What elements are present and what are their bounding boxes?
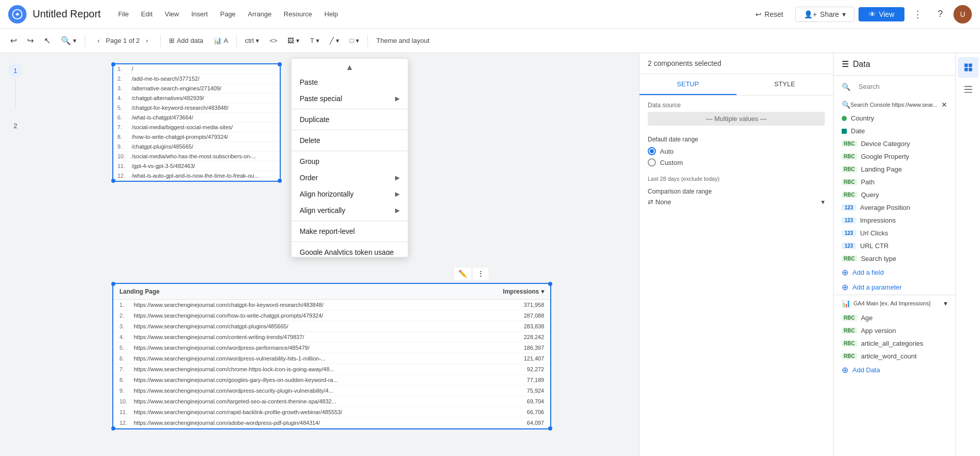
prev-page-button[interactable]: ‹ <box>93 33 104 49</box>
svg-rect-4 <box>968 68 972 71</box>
auto-radio[interactable] <box>648 147 656 155</box>
selection-handle[interactable] <box>111 426 115 430</box>
table-row: 3./alternative-search-engines/271409/ <box>113 84 280 93</box>
avatar[interactable]: U <box>953 5 972 23</box>
tab-setup[interactable]: SETUP <box>640 74 737 95</box>
more-options-button[interactable]: ⋮ <box>909 5 927 23</box>
field-path: RBC Path <box>834 176 955 188</box>
rect-icon: □ <box>350 37 354 44</box>
selection-handle[interactable] <box>111 179 115 183</box>
custom-radio-row[interactable]: Custom <box>648 158 825 166</box>
add-parameter-button[interactable]: ⊕ Add a parameter <box>834 280 955 295</box>
add-data-button[interactable]: ⊕ Add Data <box>834 363 955 377</box>
add-chart-button[interactable]: 📊 A <box>209 33 232 49</box>
add-data-button[interactable]: ⊞ Add data <box>165 33 207 49</box>
right-setup-panel: 2 components selected SETUP STYLE Data s… <box>639 53 833 456</box>
data-search-input[interactable] <box>854 80 947 93</box>
comparison-label: Comparison date range <box>648 188 825 195</box>
ctx-paste-special[interactable]: Paste special ▶ <box>291 90 408 107</box>
menu-arrange[interactable]: Arrange <box>243 8 277 20</box>
redo-button[interactable]: ↪ <box>23 33 38 49</box>
table-row: 4./chatgpt-alternatives/482939/ <box>113 93 280 103</box>
canvas-area[interactable]: 1./ 2./add-me-to-search/377152/ 3./alter… <box>31 53 639 456</box>
main-area: 1 2 1./ 2./add-me-to-search/377152/ 3./a… <box>0 53 980 456</box>
ctx-ga-token[interactable]: Google Analytics token usage <box>291 244 408 255</box>
ctx-align-horizontally[interactable]: Align horizontally ▶ <box>291 186 408 202</box>
top-table[interactable]: 1./ 2./add-me-to-search/377152/ 3./alter… <box>112 63 281 182</box>
image-button[interactable]: 🖼 ▾ <box>283 33 304 49</box>
ctx-group[interactable]: Group <box>291 153 408 170</box>
data-tab-icon[interactable] <box>958 57 978 78</box>
field-url-clicks: 123 Url Clicks <box>834 227 955 239</box>
toolbar-divider4 <box>368 35 368 47</box>
rect-button[interactable]: □ ▾ <box>346 33 363 49</box>
field-device-category: RBC Device Category <box>834 137 955 150</box>
selection-handle[interactable] <box>548 426 552 430</box>
custom-radio[interactable] <box>648 158 656 166</box>
data-search-bar: 🔍 <box>834 76 955 98</box>
page-indicator: Page 1 of 2 <box>106 37 140 44</box>
page-1-thumbnail[interactable]: 1 <box>8 63 22 78</box>
zoom-button[interactable]: 🔍 ▾ <box>57 33 81 49</box>
shape-button[interactable]: ╱ ▾ <box>326 33 344 49</box>
share-button[interactable]: 👤+ Share ▾ <box>795 7 854 22</box>
next-page-button[interactable]: › <box>142 33 152 49</box>
auto-radio-row[interactable]: Auto <box>648 147 825 155</box>
view-button[interactable]: 👁 View <box>859 7 904 21</box>
scroll-up-button[interactable]: ▲ <box>291 61 408 74</box>
page-2-thumbnail[interactable]: 2 <box>8 118 22 133</box>
comparison-dropdown[interactable]: ⇄ None ▾ <box>648 198 825 206</box>
toolbar-divider3 <box>236 35 237 47</box>
more-table-options-button[interactable]: ⋮ <box>473 268 488 280</box>
reset-button[interactable]: ↩ Reset <box>747 7 792 21</box>
menu-resource[interactable]: Resource <box>279 8 317 20</box>
ctx-paste[interactable]: Paste <box>291 74 408 90</box>
add-parameter-icon: ⊕ <box>842 282 848 292</box>
menu-help[interactable]: Help <box>320 8 344 20</box>
datasource2-expand-icon[interactable]: ▾ <box>944 299 947 307</box>
selection-handle[interactable] <box>111 62 115 66</box>
menu-edit[interactable]: Edit <box>136 8 157 20</box>
app-logo <box>8 5 27 23</box>
table-row: 1./ <box>113 64 280 74</box>
tab-style[interactable]: STYLE <box>737 74 834 95</box>
datasource2-chart-icon: 📊 <box>842 299 850 307</box>
selection-handle[interactable] <box>278 62 282 66</box>
menu-view[interactable]: View <box>160 8 184 20</box>
field-impressions: 123 Impressions <box>834 214 955 227</box>
bottom-table[interactable]: Landing Page Impressions ▾ 1.https://www… <box>112 283 551 429</box>
help-button[interactable]: ? <box>931 5 949 23</box>
selection-handle[interactable] <box>548 282 552 286</box>
report-title[interactable]: Untitled Report <box>33 8 101 20</box>
datasource1-expand-icon[interactable]: ✕ <box>941 101 947 109</box>
menu-file[interactable]: File <box>113 8 134 20</box>
ctx-align-vertically[interactable]: Align vertically ▶ <box>291 202 408 219</box>
ctx-make-report-level[interactable]: Make report-level <box>291 223 408 239</box>
control-button[interactable]: ctrl ▾ <box>241 33 263 49</box>
ctx-order[interactable]: Order ▶ <box>291 170 408 186</box>
table-row: 7.https://www.searchenginejournal.com/ch… <box>113 364 550 375</box>
selection-handle[interactable] <box>111 282 115 286</box>
menu-page[interactable]: Page <box>215 8 240 20</box>
field-google-property: RBC Google Property <box>834 150 955 163</box>
last28-text: Last 28 days (exclude today) <box>640 174 833 184</box>
submenu-arrow-icon: ▶ <box>395 95 400 102</box>
menu-insert[interactable]: Insert <box>186 8 213 20</box>
properties-tab-icon[interactable] <box>958 80 978 100</box>
add-field-button[interactable]: ⊕ Add a field <box>834 265 955 280</box>
ctx-delete[interactable]: Delete <box>291 132 408 149</box>
undo-button[interactable]: ↩ <box>6 33 21 49</box>
selection-handle[interactable] <box>278 179 282 183</box>
ctx-duplicate[interactable]: Duplicate <box>291 111 408 128</box>
cursor-tool-button[interactable]: ↖ <box>40 33 55 49</box>
toolbar-divider2 <box>160 35 161 47</box>
daterange-label: Default date range <box>648 136 825 143</box>
datasource-value[interactable]: — Multiple values — <box>648 112 825 126</box>
theme-layout-button[interactable]: Theme and layout <box>372 33 433 49</box>
code-button[interactable]: <> <box>265 33 281 49</box>
landing-page-header: Landing Page <box>119 288 493 295</box>
table-row: 9./chatgpt-plugins/485665/ <box>113 142 280 152</box>
text-button[interactable]: T ▾ <box>306 33 324 49</box>
submenu-arrow-icon: ▶ <box>395 190 400 198</box>
edit-table-button[interactable]: ✏️ <box>454 268 471 280</box>
